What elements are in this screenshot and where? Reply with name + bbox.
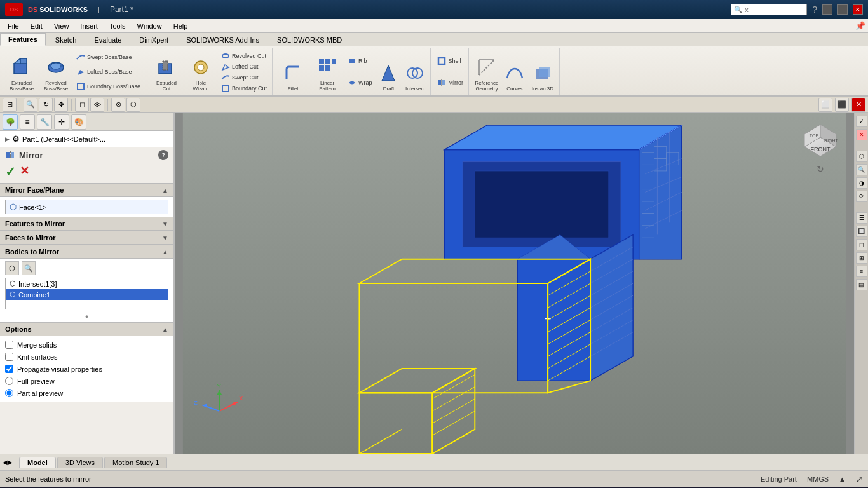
right-icon-9[interactable]: ⊞ <box>856 252 867 264</box>
fillet-button[interactable]: Fillet <box>276 50 309 93</box>
merge-solids-checkbox[interactable] <box>5 341 13 349</box>
menu-view[interactable]: View <box>49 21 74 31</box>
hide-show-button[interactable]: 👁 <box>90 98 104 112</box>
wrap-button[interactable]: Wrap <box>345 76 374 89</box>
dim-xpert-button[interactable]: ✛ <box>54 114 69 130</box>
extruded-cut-button[interactable]: ExtrudedCut <box>150 50 183 93</box>
nav-next[interactable]: ▶ <box>8 459 13 466</box>
swept-cut-button[interactable]: Swept Cut <box>219 72 269 83</box>
tab-sketch[interactable]: Sketch <box>47 34 85 46</box>
close-viewport[interactable]: ✕ <box>851 98 865 112</box>
faces-to-mirror-header[interactable]: Faces to Mirror ▼ <box>0 231 173 245</box>
pan-button[interactable]: ✥ <box>54 98 68 112</box>
view-options-button[interactable]: ⊞ <box>3 98 17 112</box>
mirror-help-button[interactable]: ? <box>158 150 168 160</box>
bodies-to-mirror-header[interactable]: Bodies to Mirror ▲ <box>0 245 173 259</box>
tree-item-part1[interactable]: ▶ ⚙ Part1 (Default<<Default>... <box>0 133 173 144</box>
tab-mbd[interactable]: SOLIDWORKS MBD <box>269 34 350 46</box>
partial-preview-label[interactable]: Partial preview <box>17 390 63 397</box>
propagate-visual-checkbox[interactable] <box>5 365 13 373</box>
hole-wizard-button[interactable]: HoleWizard <box>184 50 217 93</box>
lofted-cut-button[interactable]: Lofted Cut <box>219 61 269 72</box>
revolved-cut-button[interactable]: Revolved Cut <box>219 50 269 61</box>
close-button[interactable]: ✕ <box>853 4 863 15</box>
config-manager-button[interactable]: 🔧 <box>37 114 52 130</box>
linear-pattern-button[interactable]: LinearPattern <box>311 50 344 93</box>
extruded-boss-base-button[interactable]: ExtrudedBoss/Base <box>5 50 38 93</box>
menu-file[interactable]: File <box>3 21 24 31</box>
display-manager-button[interactable]: 🎨 <box>71 114 86 130</box>
mirror-cancel-button[interactable]: ✕ <box>20 164 29 179</box>
reference-geometry-button[interactable]: ReferenceGeometry <box>473 50 501 93</box>
viewport[interactable]: + <box>175 113 854 454</box>
tab-addins[interactable]: SOLIDWORKS Add-Ins <box>178 34 268 46</box>
rib-button[interactable]: Rib <box>345 55 374 67</box>
rotate-button[interactable]: ↻ <box>39 98 53 112</box>
search-box[interactable] <box>731 4 807 15</box>
tab-dimxpert[interactable]: DimXpert <box>131 34 177 46</box>
property-manager-button[interactable]: ≡ <box>20 114 35 130</box>
propagate-visual-label[interactable]: Propagate visual properties <box>17 365 102 373</box>
bottom-tab-model[interactable]: Model <box>19 457 56 468</box>
right-icon-11[interactable]: ▤ <box>856 279 867 290</box>
swept-boss-base-button[interactable]: Swept Boss/Base <box>74 51 143 64</box>
navigation-cube[interactable]: FRONT TOP RIGHT ↻ <box>792 118 849 175</box>
tab-evaluate[interactable]: Evaluate <box>86 34 130 46</box>
tab-features[interactable]: Features <box>0 33 46 46</box>
body-item-intersect[interactable]: ⬡ Intersect1[3] <box>6 278 168 289</box>
normal-to-button[interactable]: ⊙ <box>111 98 125 112</box>
menu-window[interactable]: Window <box>132 21 167 31</box>
boundary-boss-base-button[interactable]: Boundary Boss/Base <box>74 80 143 93</box>
menu-help[interactable]: Help <box>168 21 193 31</box>
mirror-face-section-header[interactable]: Mirror Face/Plane ▲ <box>0 183 173 197</box>
intersect-button[interactable]: Intersect <box>402 50 428 93</box>
display-mode-button[interactable]: ◻ <box>75 98 89 112</box>
boundary-cut-button[interactable]: Boundary Cut <box>219 83 269 93</box>
help-icon[interactable]: ? <box>812 4 817 15</box>
window-controls-1[interactable]: ⬜ <box>818 98 832 112</box>
instant3d-button[interactable]: Instant3D <box>529 50 557 93</box>
menu-tools[interactable]: Tools <box>104 21 131 31</box>
draft-button[interactable]: Draft <box>376 50 401 93</box>
knit-surfaces-label[interactable]: Knit surfaces <box>17 353 58 361</box>
search-input[interactable] <box>734 6 791 13</box>
right-icon-3[interactable]: 🔍 <box>856 164 867 175</box>
right-icon-10[interactable]: ≡ <box>856 266 867 277</box>
window-controls-2[interactable]: ⬛ <box>835 98 849 112</box>
nav-prev[interactable]: ◀ <box>3 459 8 466</box>
merge-solids-label[interactable]: Merge solids <box>17 341 57 349</box>
body-select-icon[interactable]: ⬡ <box>5 261 19 275</box>
curves-button[interactable]: Curves <box>502 50 527 93</box>
right-icon-4[interactable]: ◑ <box>856 177 867 189</box>
body-filter-icon[interactable]: 🔍 <box>22 261 36 275</box>
minimize-button[interactable]: ─ <box>822 4 832 15</box>
status-expand[interactable]: ⤢ <box>856 475 863 484</box>
mirror-face-input[interactable]: ⬡ Face<1> <box>5 200 168 214</box>
menu-insert[interactable]: Insert <box>75 21 103 31</box>
partial-preview-radio[interactable] <box>5 389 13 397</box>
right-icon-x[interactable]: ✕ <box>856 129 867 140</box>
bottom-tab-motion-study[interactable]: Motion Study 1 <box>104 457 167 468</box>
features-tree-button[interactable]: 🌳 <box>3 114 18 130</box>
right-icon-6[interactable]: ☰ <box>856 212 867 224</box>
shell-button[interactable]: Shell <box>435 55 466 67</box>
features-to-mirror-header[interactable]: Features to Mirror ▼ <box>0 217 173 231</box>
full-preview-label[interactable]: Full preview <box>17 377 55 385</box>
standard-views-button[interactable]: ⬡ <box>126 98 140 112</box>
pin-icon[interactable]: 📌 <box>855 21 865 30</box>
lofted-boss-base-button[interactable]: Lofted Boss/Base <box>74 65 143 78</box>
bottom-tab-3dviews[interactable]: 3D Views <box>57 457 103 468</box>
units-arrow[interactable]: ▲ <box>839 475 846 483</box>
knit-surfaces-checkbox[interactable] <box>5 353 13 361</box>
right-icon-1[interactable]: ✓ <box>856 116 867 127</box>
right-icon-7[interactable]: 🔲 <box>856 226 867 237</box>
maximize-button[interactable]: □ <box>837 4 848 15</box>
mirror-ok-button[interactable]: ✓ <box>5 164 16 179</box>
right-icon-8[interactable]: ◻ <box>856 239 867 250</box>
mirror-button[interactable]: Mirror <box>435 76 466 89</box>
revolved-boss-base-button[interactable]: RevolvedBoss/Base <box>39 50 72 93</box>
options-section-header[interactable]: Options ▲ <box>0 322 173 336</box>
right-icon-5[interactable]: ⟳ <box>856 191 867 202</box>
right-icon-2[interactable]: ⬡ <box>856 151 867 162</box>
body-item-combine[interactable]: ⬡ Combine1 <box>6 289 168 300</box>
